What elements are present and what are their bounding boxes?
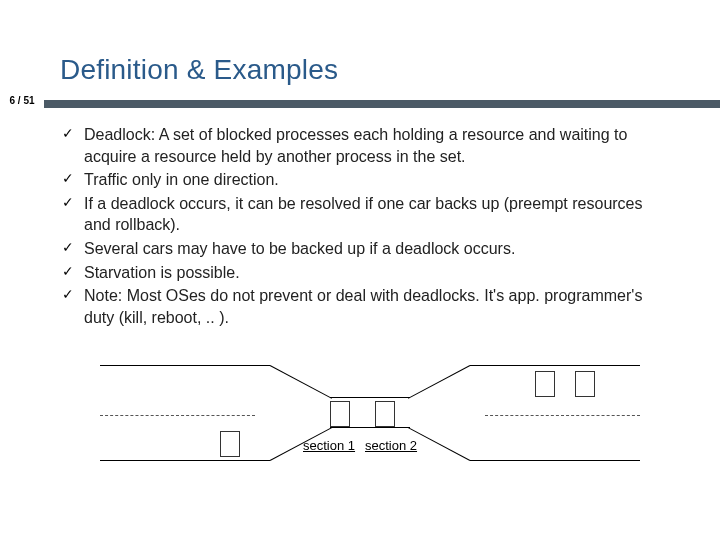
road-merge-edge [270, 365, 332, 399]
road-edge [470, 460, 640, 461]
road-edge [470, 365, 640, 366]
road-edge [100, 460, 270, 461]
road-merge-edge [408, 365, 470, 399]
road-merge-edge [408, 427, 470, 461]
page-counter: 6 / 51 [0, 94, 44, 108]
bullet-item: Starvation is possible. [62, 262, 672, 284]
bullet-item: Several cars may have to be backed up if… [62, 238, 672, 260]
section-label: section 1 [303, 438, 355, 453]
bullet-list: Deadlock: A set of blocked processes eac… [62, 124, 672, 328]
slide-title: Definition & Examples [60, 54, 338, 86]
road-edge [330, 427, 410, 428]
body-text: Deadlock: A set of blocked processes eac… [62, 124, 672, 330]
car-icon [535, 371, 555, 397]
car-icon [375, 401, 395, 427]
road-edge [330, 397, 410, 398]
road-edge [100, 365, 270, 366]
section-label: section 2 [365, 438, 417, 453]
car-icon [575, 371, 595, 397]
bullet-item: Traffic only in one direction. [62, 169, 672, 191]
car-icon [220, 431, 240, 457]
slide: Definition & Examples 6 / 51 Deadlock: A… [0, 0, 720, 540]
car-icon [330, 401, 350, 427]
title-underline-bar [0, 100, 720, 108]
bullet-item: Note: Most OSes do not prevent or deal w… [62, 285, 672, 328]
bullet-item: Deadlock: A set of blocked processes eac… [62, 124, 672, 167]
road-merge-diagram: section 1 section 2 [100, 365, 640, 495]
road-center-dashed [485, 415, 640, 417]
bullet-item: If a deadlock occurs, it can be resolved… [62, 193, 672, 236]
road-center-dashed [100, 415, 255, 417]
